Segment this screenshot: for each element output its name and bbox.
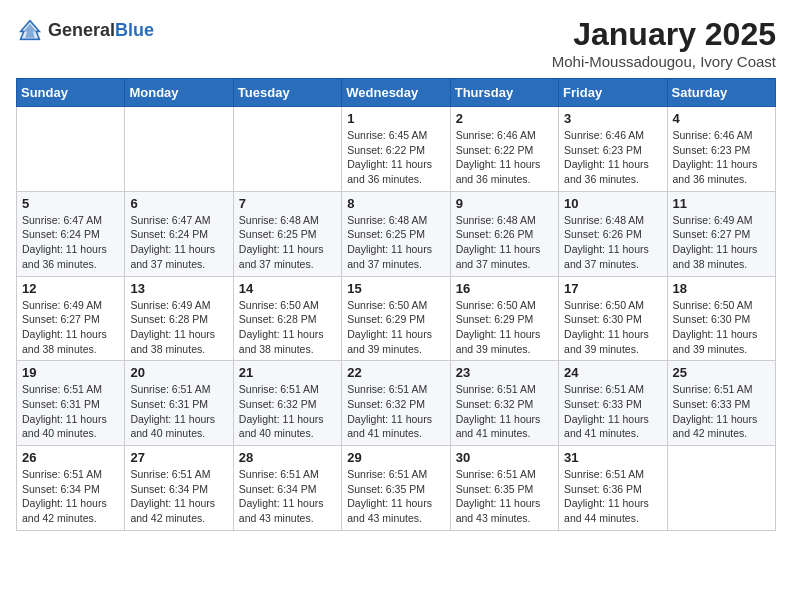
- day-info: Sunrise: 6:50 AM Sunset: 6:29 PM Dayligh…: [347, 298, 444, 357]
- weekday-header-saturday: Saturday: [667, 79, 775, 107]
- weekday-header-thursday: Thursday: [450, 79, 558, 107]
- calendar-day-cell: 25Sunrise: 6:51 AM Sunset: 6:33 PM Dayli…: [667, 361, 775, 446]
- day-number: 29: [347, 450, 444, 465]
- calendar-day-cell: 28Sunrise: 6:51 AM Sunset: 6:34 PM Dayli…: [233, 446, 341, 531]
- day-info: Sunrise: 6:50 AM Sunset: 6:30 PM Dayligh…: [564, 298, 661, 357]
- calendar-day-cell: 20Sunrise: 6:51 AM Sunset: 6:31 PM Dayli…: [125, 361, 233, 446]
- day-number: 4: [673, 111, 770, 126]
- day-info: Sunrise: 6:46 AM Sunset: 6:22 PM Dayligh…: [456, 128, 553, 187]
- calendar-week-row: 12Sunrise: 6:49 AM Sunset: 6:27 PM Dayli…: [17, 276, 776, 361]
- day-info: Sunrise: 6:48 AM Sunset: 6:25 PM Dayligh…: [347, 213, 444, 272]
- day-number: 18: [673, 281, 770, 296]
- logo-general-text: General: [48, 20, 115, 41]
- calendar-day-cell: 9Sunrise: 6:48 AM Sunset: 6:26 PM Daylig…: [450, 191, 558, 276]
- day-info: Sunrise: 6:48 AM Sunset: 6:26 PM Dayligh…: [456, 213, 553, 272]
- day-info: Sunrise: 6:47 AM Sunset: 6:24 PM Dayligh…: [130, 213, 227, 272]
- weekday-header-friday: Friday: [559, 79, 667, 107]
- calendar-day-cell: 24Sunrise: 6:51 AM Sunset: 6:33 PM Dayli…: [559, 361, 667, 446]
- day-number: 2: [456, 111, 553, 126]
- page-header: General Blue January 2025 Mohi-Moussadou…: [16, 16, 776, 70]
- day-info: Sunrise: 6:50 AM Sunset: 6:29 PM Dayligh…: [456, 298, 553, 357]
- day-number: 16: [456, 281, 553, 296]
- day-info: Sunrise: 6:51 AM Sunset: 6:34 PM Dayligh…: [22, 467, 119, 526]
- calendar-day-cell: 30Sunrise: 6:51 AM Sunset: 6:35 PM Dayli…: [450, 446, 558, 531]
- day-number: 9: [456, 196, 553, 211]
- weekday-header-monday: Monday: [125, 79, 233, 107]
- day-number: 25: [673, 365, 770, 380]
- calendar-day-cell: 31Sunrise: 6:51 AM Sunset: 6:36 PM Dayli…: [559, 446, 667, 531]
- calendar-day-cell: 15Sunrise: 6:50 AM Sunset: 6:29 PM Dayli…: [342, 276, 450, 361]
- calendar-day-cell: 1Sunrise: 6:45 AM Sunset: 6:22 PM Daylig…: [342, 107, 450, 192]
- calendar-day-cell: 2Sunrise: 6:46 AM Sunset: 6:22 PM Daylig…: [450, 107, 558, 192]
- day-info: Sunrise: 6:51 AM Sunset: 6:31 PM Dayligh…: [22, 382, 119, 441]
- day-number: 17: [564, 281, 661, 296]
- day-number: 11: [673, 196, 770, 211]
- calendar-day-cell: 10Sunrise: 6:48 AM Sunset: 6:26 PM Dayli…: [559, 191, 667, 276]
- calendar-day-cell: 12Sunrise: 6:49 AM Sunset: 6:27 PM Dayli…: [17, 276, 125, 361]
- calendar-day-cell: 14Sunrise: 6:50 AM Sunset: 6:28 PM Dayli…: [233, 276, 341, 361]
- day-info: Sunrise: 6:51 AM Sunset: 6:35 PM Dayligh…: [347, 467, 444, 526]
- calendar-day-cell: 27Sunrise: 6:51 AM Sunset: 6:34 PM Dayli…: [125, 446, 233, 531]
- calendar-empty-cell: [17, 107, 125, 192]
- day-number: 22: [347, 365, 444, 380]
- calendar-day-cell: 23Sunrise: 6:51 AM Sunset: 6:32 PM Dayli…: [450, 361, 558, 446]
- day-number: 23: [456, 365, 553, 380]
- day-number: 12: [22, 281, 119, 296]
- calendar-day-cell: 4Sunrise: 6:46 AM Sunset: 6:23 PM Daylig…: [667, 107, 775, 192]
- calendar-day-cell: 18Sunrise: 6:50 AM Sunset: 6:30 PM Dayli…: [667, 276, 775, 361]
- day-info: Sunrise: 6:50 AM Sunset: 6:28 PM Dayligh…: [239, 298, 336, 357]
- day-info: Sunrise: 6:51 AM Sunset: 6:36 PM Dayligh…: [564, 467, 661, 526]
- calendar-day-cell: 13Sunrise: 6:49 AM Sunset: 6:28 PM Dayli…: [125, 276, 233, 361]
- calendar-title: January 2025: [552, 16, 776, 53]
- day-info: Sunrise: 6:51 AM Sunset: 6:34 PM Dayligh…: [239, 467, 336, 526]
- calendar-day-cell: 5Sunrise: 6:47 AM Sunset: 6:24 PM Daylig…: [17, 191, 125, 276]
- day-info: Sunrise: 6:51 AM Sunset: 6:32 PM Dayligh…: [456, 382, 553, 441]
- day-number: 27: [130, 450, 227, 465]
- day-info: Sunrise: 6:50 AM Sunset: 6:30 PM Dayligh…: [673, 298, 770, 357]
- day-info: Sunrise: 6:51 AM Sunset: 6:32 PM Dayligh…: [347, 382, 444, 441]
- calendar-week-row: 5Sunrise: 6:47 AM Sunset: 6:24 PM Daylig…: [17, 191, 776, 276]
- calendar-day-cell: 3Sunrise: 6:46 AM Sunset: 6:23 PM Daylig…: [559, 107, 667, 192]
- calendar-day-cell: 8Sunrise: 6:48 AM Sunset: 6:25 PM Daylig…: [342, 191, 450, 276]
- day-info: Sunrise: 6:46 AM Sunset: 6:23 PM Dayligh…: [673, 128, 770, 187]
- calendar-day-cell: 11Sunrise: 6:49 AM Sunset: 6:27 PM Dayli…: [667, 191, 775, 276]
- title-block: January 2025 Mohi-Moussadougou, Ivory Co…: [552, 16, 776, 70]
- day-number: 6: [130, 196, 227, 211]
- calendar-week-row: 26Sunrise: 6:51 AM Sunset: 6:34 PM Dayli…: [17, 446, 776, 531]
- day-info: Sunrise: 6:45 AM Sunset: 6:22 PM Dayligh…: [347, 128, 444, 187]
- day-number: 26: [22, 450, 119, 465]
- calendar-day-cell: 16Sunrise: 6:50 AM Sunset: 6:29 PM Dayli…: [450, 276, 558, 361]
- calendar-day-cell: 19Sunrise: 6:51 AM Sunset: 6:31 PM Dayli…: [17, 361, 125, 446]
- day-number: 19: [22, 365, 119, 380]
- weekday-header-row: SundayMondayTuesdayWednesdayThursdayFrid…: [17, 79, 776, 107]
- calendar-day-cell: 22Sunrise: 6:51 AM Sunset: 6:32 PM Dayli…: [342, 361, 450, 446]
- calendar-day-cell: 17Sunrise: 6:50 AM Sunset: 6:30 PM Dayli…: [559, 276, 667, 361]
- weekday-header-tuesday: Tuesday: [233, 79, 341, 107]
- calendar-day-cell: 6Sunrise: 6:47 AM Sunset: 6:24 PM Daylig…: [125, 191, 233, 276]
- calendar-empty-cell: [125, 107, 233, 192]
- day-number: 15: [347, 281, 444, 296]
- calendar-location: Mohi-Moussadougou, Ivory Coast: [552, 53, 776, 70]
- day-number: 14: [239, 281, 336, 296]
- day-info: Sunrise: 6:51 AM Sunset: 6:31 PM Dayligh…: [130, 382, 227, 441]
- day-info: Sunrise: 6:51 AM Sunset: 6:35 PM Dayligh…: [456, 467, 553, 526]
- day-number: 7: [239, 196, 336, 211]
- calendar-empty-cell: [233, 107, 341, 192]
- logo-icon: [16, 16, 44, 44]
- day-number: 30: [456, 450, 553, 465]
- calendar-week-row: 19Sunrise: 6:51 AM Sunset: 6:31 PM Dayli…: [17, 361, 776, 446]
- calendar-table: SundayMondayTuesdayWednesdayThursdayFrid…: [16, 78, 776, 531]
- day-number: 10: [564, 196, 661, 211]
- day-number: 1: [347, 111, 444, 126]
- day-number: 5: [22, 196, 119, 211]
- calendar-empty-cell: [667, 446, 775, 531]
- day-number: 20: [130, 365, 227, 380]
- calendar-day-cell: 7Sunrise: 6:48 AM Sunset: 6:25 PM Daylig…: [233, 191, 341, 276]
- day-number: 3: [564, 111, 661, 126]
- day-info: Sunrise: 6:49 AM Sunset: 6:27 PM Dayligh…: [22, 298, 119, 357]
- day-info: Sunrise: 6:51 AM Sunset: 6:34 PM Dayligh…: [130, 467, 227, 526]
- calendar-day-cell: 29Sunrise: 6:51 AM Sunset: 6:35 PM Dayli…: [342, 446, 450, 531]
- calendar-week-row: 1Sunrise: 6:45 AM Sunset: 6:22 PM Daylig…: [17, 107, 776, 192]
- day-number: 21: [239, 365, 336, 380]
- day-number: 28: [239, 450, 336, 465]
